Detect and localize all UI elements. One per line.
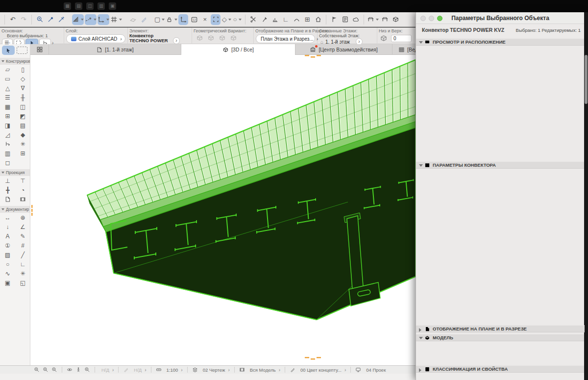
pen-set-value[interactable]: 00 Цвет концепту...›	[298, 367, 346, 373]
layer-combination-value[interactable]: 02 Чертеж›	[201, 367, 230, 373]
find-and-select-icon[interactable]	[35, 14, 45, 25]
polyline-tool-icon[interactable]: ∟	[15, 259, 30, 269]
section-classification[interactable]: КЛАССИФИКАЦИЯ И СВОЙСТВА	[416, 365, 585, 373]
split-icon[interactable]	[248, 14, 258, 25]
tab-overview-button[interactable]	[30, 44, 49, 55]
flag-icon[interactable]	[329, 14, 339, 25]
geometry-variant-2-icon[interactable]	[207, 34, 215, 42]
tab-3d[interactable]: [3D / Все]	[181, 44, 295, 55]
model-filter-icon[interactable]	[239, 367, 245, 373]
geometry-variant-4-icon[interactable]	[230, 34, 237, 42]
element-settings-chevron[interactable]: ›	[173, 37, 180, 44]
explore-icon[interactable]	[75, 367, 81, 373]
tab-interaction-hub[interactable]: [Центр Взаимодействия]	[295, 44, 392, 55]
zone-tool-icon[interactable]: ①	[0, 241, 15, 250]
radial-dimension-tool-icon[interactable]: ⊕	[15, 213, 30, 222]
geometry-variant-1-icon[interactable]	[196, 34, 203, 42]
workspace-alt-icon[interactable]	[380, 14, 390, 25]
zoom-next-icon[interactable]	[43, 367, 49, 373]
penset-ref-value[interactable]: Н/Д›	[132, 367, 146, 373]
guide-setsquare-icon[interactable]	[72, 14, 84, 25]
zoom-increase-icon[interactable]	[51, 367, 57, 373]
layout-ref-value[interactable]: Н/Д›	[99, 367, 114, 373]
section-view-position[interactable]: ПРОСМОТР И РАСПОЛОЖЕНИЕ	[416, 38, 585, 46]
redo-icon[interactable]: ↷	[19, 14, 28, 25]
dimension-units-icon[interactable]	[189, 14, 199, 25]
marquee-frame-icon[interactable]	[211, 14, 220, 25]
workspace-desk-icon[interactable]	[367, 14, 379, 25]
guide-lines-icon[interactable]	[85, 14, 97, 25]
geometry-variant-3-icon[interactable]	[219, 34, 226, 42]
object-tool-icon[interactable]	[0, 139, 15, 149]
snap-grid-icon[interactable]	[110, 14, 122, 25]
layer-selector[interactable]: Слой ARCHICAD ›	[66, 34, 125, 43]
zoom-window-icon[interactable]	[437, 16, 442, 21]
toolbox-section-header[interactable]: Документир	[0, 206, 30, 213]
detail-tool-icon[interactable]: ◔	[15, 185, 30, 195]
model-sync-icon[interactable]	[391, 14, 400, 25]
select-tool-button[interactable]	[2, 46, 15, 55]
library-cloud-icon[interactable]	[351, 14, 361, 25]
snap-pen-icon[interactable]	[139, 14, 148, 25]
shell-alt-tool-icon[interactable]: ▤	[15, 121, 30, 130]
stair-tool-icon[interactable]: ☰	[0, 93, 15, 102]
section-convector-params[interactable]: ПАРАМЕТРЫ КОНВЕКТОРА	[416, 161, 585, 169]
inject-parameters-icon[interactable]	[56, 14, 66, 25]
undo-icon[interactable]: ↶	[8, 14, 18, 25]
section-plan-display[interactable]: ОТОБРАЖЕНИЕ НА ПЛАНЕ И В РАЗРЕЗЕ	[416, 325, 585, 332]
worksheet-tool-icon[interactable]	[0, 195, 15, 204]
door-tool-icon[interactable]: ◫	[15, 102, 30, 111]
morph-tool-icon[interactable]: ◆	[15, 130, 30, 139]
dialog-titlebar[interactable]: Параметры Выбранного Объекта	[416, 12, 585, 24]
drawing-tool-icon[interactable]: ◱	[15, 278, 30, 287]
scale-icon[interactable]	[156, 367, 162, 373]
grid-element-tool-icon[interactable]: ⊞	[15, 149, 30, 158]
beam-tool-icon[interactable]: ▭	[0, 74, 15, 83]
dimension-tool-icon[interactable]: ↔	[0, 213, 15, 222]
fill-tool-icon[interactable]: ▨	[0, 250, 15, 259]
toolbox-section-header[interactable]: Проекция	[0, 169, 30, 176]
schedule-icon[interactable]	[340, 14, 350, 25]
snap-plane-icon[interactable]	[128, 14, 138, 25]
shell-tool-icon[interactable]: ∇	[15, 83, 30, 93]
hotspot-tool-icon[interactable]: ✳	[15, 269, 30, 278]
screen-display-value[interactable]: 04 Проек	[364, 367, 388, 373]
elevation-chart-icon[interactable]	[270, 14, 280, 25]
pen-ref-icon[interactable]	[123, 367, 129, 373]
bottom-offset-field[interactable]: 0	[391, 35, 412, 42]
level-dimension-tool-icon[interactable]: ↓	[0, 222, 15, 231]
screen-display-icon[interactable]	[355, 367, 361, 373]
corner-icon[interactable]: ∟	[281, 14, 291, 25]
ramp-tool-icon[interactable]: ◿	[0, 130, 15, 139]
fill-polygon-icon[interactable]: ◇	[221, 14, 231, 25]
column-tool-icon[interactable]: ▯	[15, 65, 30, 74]
spline-tool-icon[interactable]: ∿	[0, 269, 15, 278]
scale-value[interactable]: 1:100›	[165, 367, 183, 373]
camera-tool-icon[interactable]	[15, 195, 30, 204]
text-tool-icon[interactable]: A	[0, 231, 15, 241]
section-tool-icon[interactable]: ⊥	[0, 176, 15, 185]
local-origin-icon[interactable]	[178, 14, 188, 25]
corner-window-tool-icon[interactable]: ◨	[0, 121, 15, 130]
editing-plane-icon[interactable]	[98, 14, 109, 25]
line-tool-icon[interactable]: ╱	[15, 250, 30, 259]
pen-set-icon[interactable]	[290, 367, 295, 373]
slab-tool-icon[interactable]: ◇	[15, 74, 30, 83]
profile-frame-icon[interactable]: ▢	[154, 14, 165, 25]
opening-tool-icon[interactable]: ◻	[0, 158, 15, 167]
section-model[interactable]: МОДЕЛЬ	[416, 334, 585, 341]
orbit-icon[interactable]	[67, 367, 73, 373]
fillet-icon[interactable]	[292, 14, 301, 25]
close-icon[interactable]	[420, 16, 426, 21]
circle-tool-icon[interactable]: ○	[0, 259, 15, 269]
railing-tool-icon[interactable]: ╫	[15, 93, 30, 102]
figure-tool-icon[interactable]: ▣	[0, 278, 15, 287]
wall-tool-icon[interactable]: ▱	[0, 65, 15, 74]
angle-dimension-tool-icon[interactable]: ∠	[15, 222, 30, 231]
minimize-icon[interactable]	[429, 16, 434, 21]
skylight-tool-icon[interactable]: ◩	[15, 111, 30, 121]
plan-display-selector[interactable]: План Этажа и Разрез... ›	[256, 34, 315, 43]
circle-method-icon[interactable]: ○	[232, 14, 242, 25]
roof-tool-icon[interactable]: △	[0, 83, 15, 93]
equipment-tool-icon[interactable]: ▥	[0, 149, 15, 158]
